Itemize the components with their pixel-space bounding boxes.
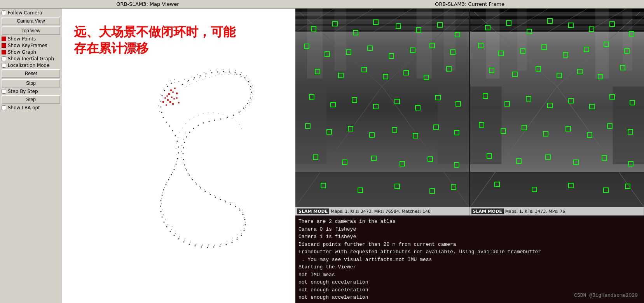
localization-mode-checkbox[interactable]	[2, 63, 6, 68]
track-sq-r27	[547, 103, 553, 108]
svg-point-271	[237, 74, 237, 74]
show-lba-row[interactable]: Show LBA opt	[2, 105, 60, 110]
track-sq-r42	[545, 154, 551, 160]
reset-button[interactable]: Reset	[2, 69, 60, 78]
track-sq-33	[326, 129, 332, 135]
show-graph-row[interactable]: Show Graph	[2, 49, 60, 55]
track-sq-6	[416, 27, 421, 33]
svg-point-43	[193, 128, 194, 129]
top-view-button[interactable]: Top View	[2, 26, 60, 35]
svg-point-14	[178, 102, 180, 103]
svg-point-180	[184, 240, 185, 240]
svg-point-83	[164, 222, 165, 223]
svg-point-78	[183, 242, 185, 243]
svg-point-67	[244, 230, 245, 231]
svg-point-150	[181, 151, 182, 152]
svg-point-119	[223, 69, 223, 70]
svg-point-33	[247, 103, 248, 104]
step-by-step-checkbox[interactable]	[2, 89, 6, 94]
svg-point-2	[172, 91, 174, 93]
svg-point-255	[208, 244, 209, 245]
svg-point-282	[226, 118, 227, 119]
svg-point-190	[162, 193, 163, 193]
svg-point-254	[215, 244, 215, 245]
svg-point-272	[243, 75, 243, 76]
show-points-row[interactable]: Show Points	[2, 36, 60, 42]
show-inertial-checkbox[interactable]	[2, 56, 6, 61]
svg-point-261	[175, 231, 176, 231]
svg-point-73	[213, 247, 215, 248]
svg-point-281	[233, 117, 234, 117]
track-sq-r31	[630, 100, 635, 105]
track-sq-r20	[557, 73, 562, 78]
svg-point-206	[189, 84, 190, 85]
svg-point-137	[225, 72, 225, 73]
track-sq-r1	[485, 25, 490, 30]
svg-point-158	[204, 189, 205, 190]
track-sq-r25	[504, 101, 510, 107]
svg-point-45	[186, 137, 187, 138]
svg-point-214	[240, 76, 241, 77]
svg-point-46	[184, 142, 185, 143]
svg-point-177	[202, 245, 202, 246]
svg-point-16	[172, 103, 174, 105]
svg-point-229	[180, 132, 180, 133]
svg-point-102	[166, 122, 167, 123]
svg-point-207	[196, 81, 197, 82]
svg-point-19	[194, 77, 195, 79]
svg-point-240	[227, 116, 228, 117]
svg-point-28	[244, 77, 246, 79]
svg-point-144	[250, 95, 251, 95]
track-sq-r46	[494, 182, 500, 187]
track-sq-11	[346, 49, 351, 55]
svg-point-275	[252, 88, 253, 89]
svg-point-77	[189, 244, 190, 245]
svg-point-4	[174, 88, 176, 89]
svg-point-179	[190, 242, 190, 243]
sidebar: Follow Camera Camera View Top View Show …	[0, 9, 62, 303]
track-sq-4	[373, 19, 379, 25]
svg-point-146	[245, 105, 246, 106]
localization-mode-row[interactable]: Localization Mode	[2, 63, 60, 68]
svg-rect-318	[613, 86, 644, 164]
svg-point-6	[176, 93, 178, 95]
svg-point-227	[176, 143, 177, 144]
show-keyframes-row[interactable]: Show KeyFrames	[2, 43, 60, 48]
svg-point-231	[185, 123, 186, 124]
svg-point-84	[162, 217, 163, 218]
svg-point-211	[222, 74, 222, 75]
show-lba-checkbox[interactable]	[2, 105, 6, 110]
follow-camera-checkbox[interactable]	[2, 11, 6, 15]
svg-point-174	[220, 244, 221, 245]
console-area: There are 2 cameras in the atlas Camera …	[295, 215, 644, 303]
track-sq-25	[330, 102, 336, 107]
step-by-step-row[interactable]: Step By Step	[2, 89, 60, 94]
svg-point-257	[196, 243, 197, 243]
track-sq-13	[389, 53, 394, 59]
show-points-checkbox-icon	[2, 37, 6, 41]
svg-point-239	[223, 114, 223, 115]
track-sq-17	[315, 69, 320, 74]
follow-camera-row[interactable]: Follow Camera	[2, 10, 60, 16]
step-button[interactable]: Step	[2, 95, 60, 104]
svg-point-266	[205, 78, 205, 78]
camera-view-button[interactable]: Camera View	[2, 17, 60, 25]
track-sq-49	[429, 188, 435, 194]
svg-point-152	[183, 163, 183, 163]
status-bar-row: SLAM MODE Maps: 1, KFs: 3473, MPs: 76584…	[295, 207, 644, 215]
svg-point-212	[228, 74, 229, 75]
svg-point-230	[182, 128, 183, 128]
map-point-cloud	[62, 9, 295, 303]
show-inertial-row[interactable]: Show Inertial Graph	[2, 56, 60, 61]
step-by-step-label: Step By Step	[8, 89, 38, 94]
svg-point-273	[248, 79, 248, 79]
svg-point-38	[220, 119, 222, 120]
svg-point-34	[243, 108, 244, 109]
track-sq-27	[373, 104, 379, 109]
svg-point-267	[211, 76, 212, 76]
console-line-3: Camera 1 is fisheye	[298, 233, 641, 241]
csdn-watermark: CSDN @BigHandsome2020	[574, 292, 638, 298]
stop-button[interactable]: Stop	[2, 79, 60, 88]
svg-point-7	[171, 96, 173, 98]
svg-point-242	[236, 121, 236, 121]
